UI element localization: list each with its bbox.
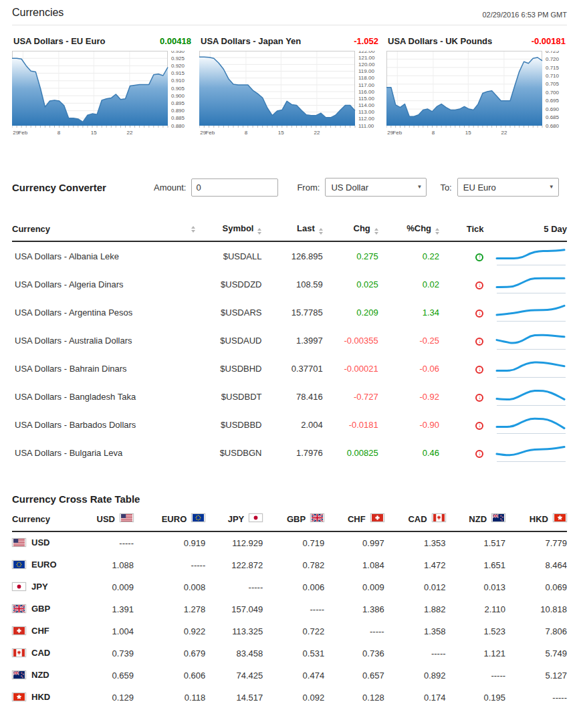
cross-row-gbp: GBP: [12, 598, 73, 620]
cross-rate-value: 0.012: [384, 576, 446, 598]
chart-eu-euro: USA Dollars - EU Euro 0.00418 0.8800.885…: [12, 36, 193, 147]
cross-rate-value: 2.110: [446, 598, 506, 620]
col-header-last[interactable]: Last: [261, 218, 322, 241]
cross-rate-value: 0.531: [263, 642, 324, 664]
nz-flag-icon: [12, 671, 26, 679]
timestamp: 02/29/2016 6:53 PM GMT: [482, 11, 567, 19]
svg-text:0.695: 0.695: [546, 98, 560, 104]
svg-text:119.00: 119.00: [358, 68, 374, 74]
chart-japan-yen: USA Dollars - Japan Yen -1.052 111.00112…: [199, 36, 380, 147]
svg-text:0.930: 0.930: [171, 51, 185, 54]
5day-sparkline: [483, 326, 567, 354]
sparkline-chart: [495, 246, 567, 266]
svg-text:15: 15: [278, 130, 284, 136]
cross-rate-value: -----: [73, 531, 134, 554]
tick-down-icon: ↓: [475, 422, 483, 430]
rates-table-row: USA Dollars - Bahrain Dinars$USDBHD0.377…: [12, 354, 567, 382]
cross-rate-value: 7.779: [505, 531, 567, 554]
svg-text:0.890: 0.890: [171, 108, 185, 114]
rates-table-row: USA Dollars - Barbados Dollars$USDBBD2.0…: [12, 410, 567, 439]
symbol: $USDBGN: [195, 439, 262, 467]
cross-table-row: GBP1.3911.278157.049-----1.3861.8822.110…: [12, 598, 567, 620]
cross-rate-value: 14.517: [205, 687, 263, 709]
area-chart: 0.8800.8850.8900.8950.9000.9050.9100.915…: [12, 51, 193, 147]
svg-text:15: 15: [91, 130, 97, 136]
svg-text:0.900: 0.900: [171, 93, 185, 99]
cross-rate-value: 0.782: [263, 554, 324, 576]
svg-text:0.690: 0.690: [546, 106, 560, 112]
cross-rate-value: 0.069: [505, 576, 567, 598]
pchg-value: -0.90: [378, 410, 439, 439]
svg-text:117.00: 117.00: [358, 82, 374, 88]
currency-converter: Currency Converter Amount: From: US Doll…: [12, 178, 567, 197]
currency-name: USA Dollars - Algeria Dinars: [12, 270, 195, 298]
pchg-value: 0.22: [378, 241, 439, 270]
svg-text:22: 22: [314, 130, 320, 136]
tick-cell: ↓: [439, 439, 483, 467]
cross-rate-value: 0.736: [324, 642, 384, 664]
sort-icon[interactable]: [257, 228, 261, 235]
svg-text:111.00: 111.00: [358, 123, 374, 129]
sparkline-chart: [495, 302, 567, 322]
col-header-currency[interactable]: Currency: [12, 218, 195, 241]
svg-text:0.710: 0.710: [546, 73, 560, 79]
cross-rate-value: 10.818: [505, 598, 567, 620]
sort-icon[interactable]: [191, 226, 195, 233]
cross-rate-value: 5.127: [505, 664, 567, 687]
sort-icon[interactable]: [319, 228, 323, 235]
svg-text:22: 22: [501, 130, 507, 136]
svg-text:0.720: 0.720: [546, 56, 560, 62]
svg-text:120.00: 120.00: [358, 62, 375, 68]
cross-rate-value: 0.922: [134, 620, 205, 642]
svg-text:114.00: 114.00: [358, 102, 374, 108]
amount-input[interactable]: [191, 178, 278, 197]
tick-cell: ↓: [439, 298, 483, 326]
cross-table-row: CHF1.0040.922113.3250.722-----1.3581.523…: [12, 620, 567, 642]
col-header-pchg[interactable]: %Chg: [378, 218, 439, 241]
rates-table-row: USA Dollars - Argentina Pesos$USDARS15.7…: [12, 298, 567, 326]
pchg-value: 0.02: [378, 270, 439, 298]
last-value: 1.7976: [261, 439, 322, 467]
symbol: $USDBDT: [195, 382, 262, 410]
last-value: 2.004: [261, 410, 322, 439]
svg-text:113.00: 113.00: [358, 109, 374, 115]
cross-rate-value: 1.353: [384, 531, 446, 554]
cross-table-row: HKD0.1290.11814.5170.0920.1280.1740.195-…: [12, 687, 567, 709]
cross-rate-value: 1.004: [73, 620, 134, 642]
ch-flag-icon: [370, 513, 384, 522]
pchg-value: 0.46: [378, 439, 439, 467]
tick-down-icon: ↓: [475, 366, 483, 374]
tick-up-icon: ↑: [475, 253, 483, 261]
from-select-wrap: US Dollar: [325, 178, 427, 197]
rates-table-row: USA Dollars - Albania Leke$USDALL126.895…: [12, 241, 567, 270]
col-header-symbol[interactable]: Symbol: [195, 218, 262, 241]
pchg-value: -0.06: [378, 354, 439, 382]
sparkline-chart: [495, 414, 567, 435]
svg-text:0.885: 0.885: [171, 115, 185, 121]
cross-col-euro: EURO: [134, 507, 205, 531]
hk-flag-icon: [12, 693, 26, 701]
col-header-tick: Tick: [439, 218, 483, 241]
svg-text:0.715: 0.715: [546, 65, 560, 71]
cross-rate-value: 0.129: [73, 687, 134, 709]
rates-table-row: USA Dollars - Australia Dollars$USDAUD1.…: [12, 326, 567, 354]
sort-icon[interactable]: [435, 228, 439, 235]
svg-text:121.00: 121.00: [358, 55, 375, 61]
from-select[interactable]: US Dollar: [325, 178, 427, 197]
cross-table-row: NZD0.6590.60674.4250.4740.6570.892-----5…: [12, 664, 567, 687]
last-value: 1.3997: [261, 326, 322, 354]
svg-text:0.905: 0.905: [171, 86, 185, 92]
to-select[interactable]: EU Euro: [457, 178, 559, 197]
sort-icon[interactable]: [374, 228, 378, 235]
pchg-value: -0.25: [378, 326, 439, 354]
cross-rate-value: 0.892: [384, 664, 446, 687]
svg-text:116.00: 116.00: [358, 89, 374, 95]
cross-rate-value: 74.425: [205, 664, 263, 687]
cross-rate-value: 1.084: [324, 554, 384, 576]
last-value: 108.59: [261, 270, 322, 298]
us-flag-icon: [120, 513, 134, 522]
amount-label: Amount:: [154, 183, 186, 193]
tick-cell: ↓: [439, 270, 483, 298]
col-header-chg[interactable]: Chg: [323, 218, 378, 241]
cross-rate-value: 1.386: [324, 598, 384, 620]
